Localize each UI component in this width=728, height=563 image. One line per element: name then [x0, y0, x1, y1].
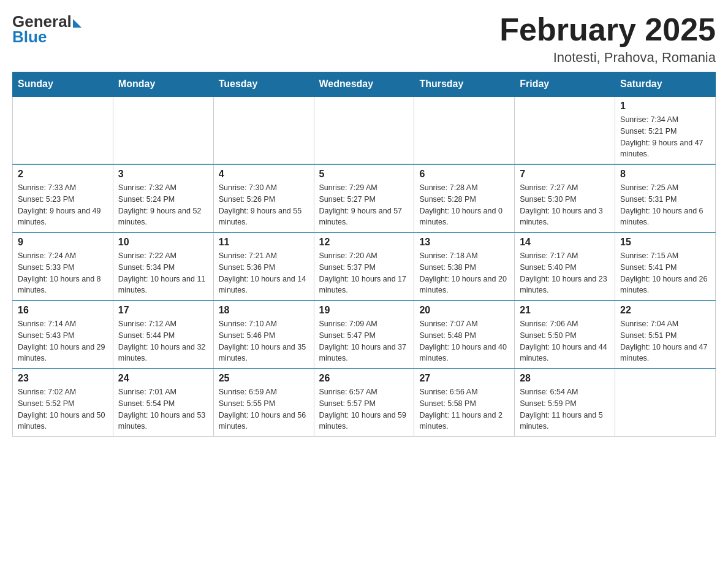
day-number: 3: [118, 169, 208, 180]
calendar-cell: 15Sunrise: 7:15 AM Sunset: 5:41 PM Dayli…: [615, 232, 716, 301]
calendar-cell: 26Sunrise: 6:57 AM Sunset: 5:57 PM Dayli…: [314, 369, 414, 437]
weekday-header-wednesday: Wednesday: [314, 72, 414, 97]
day-info: Sunrise: 7:01 AM Sunset: 5:54 PM Dayligh…: [118, 386, 208, 432]
day-info: Sunrise: 7:18 AM Sunset: 5:38 PM Dayligh…: [419, 250, 509, 296]
day-info: Sunrise: 7:07 AM Sunset: 5:48 PM Dayligh…: [419, 318, 509, 364]
day-number: 25: [219, 373, 309, 384]
calendar-cell: 21Sunrise: 7:06 AM Sunset: 5:50 PM Dayli…: [515, 301, 615, 369]
calendar-cell: [213, 96, 314, 164]
calendar-cell: 28Sunrise: 6:54 AM Sunset: 5:59 PM Dayli…: [515, 369, 615, 437]
calendar-cell: [113, 96, 213, 164]
day-info: Sunrise: 7:12 AM Sunset: 5:44 PM Dayligh…: [118, 318, 208, 364]
day-number: 20: [419, 305, 509, 316]
day-number: 13: [419, 237, 509, 248]
calendar-cell: 4Sunrise: 7:30 AM Sunset: 5:26 PM Daylig…: [213, 164, 314, 232]
calendar-cell: 6Sunrise: 7:28 AM Sunset: 5:28 PM Daylig…: [414, 164, 515, 232]
day-info: Sunrise: 7:17 AM Sunset: 5:40 PM Dayligh…: [520, 250, 610, 296]
day-number: 2: [18, 169, 108, 180]
day-number: 23: [18, 373, 108, 384]
day-number: 26: [319, 373, 409, 384]
calendar-table: SundayMondayTuesdayWednesdayThursdayFrid…: [12, 72, 716, 437]
day-number: 15: [620, 237, 710, 248]
day-info: Sunrise: 7:10 AM Sunset: 5:46 PM Dayligh…: [219, 318, 309, 364]
day-info: Sunrise: 6:54 AM Sunset: 5:59 PM Dayligh…: [520, 386, 610, 432]
day-info: Sunrise: 6:57 AM Sunset: 5:57 PM Dayligh…: [319, 386, 409, 432]
day-number: 12: [319, 237, 409, 248]
calendar-cell: 16Sunrise: 7:14 AM Sunset: 5:43 PM Dayli…: [13, 301, 113, 369]
day-info: Sunrise: 7:32 AM Sunset: 5:24 PM Dayligh…: [118, 182, 208, 228]
month-title: February 2025: [499, 12, 716, 47]
calendar-cell: [615, 369, 716, 437]
day-number: 22: [620, 305, 710, 316]
calendar-cell: 7Sunrise: 7:27 AM Sunset: 5:30 PM Daylig…: [515, 164, 615, 232]
calendar-cell: 25Sunrise: 6:59 AM Sunset: 5:55 PM Dayli…: [213, 369, 314, 437]
day-number: 16: [18, 305, 108, 316]
weekday-header-thursday: Thursday: [414, 72, 515, 97]
calendar-cell: 12Sunrise: 7:20 AM Sunset: 5:37 PM Dayli…: [314, 232, 414, 301]
calendar-cell: 19Sunrise: 7:09 AM Sunset: 5:47 PM Dayli…: [314, 301, 414, 369]
day-info: Sunrise: 7:15 AM Sunset: 5:41 PM Dayligh…: [620, 250, 710, 296]
day-number: 8: [620, 169, 710, 180]
calendar-cell: 3Sunrise: 7:32 AM Sunset: 5:24 PM Daylig…: [113, 164, 213, 232]
location-title: Inotesti, Prahova, Romania: [499, 50, 716, 66]
weekday-header-tuesday: Tuesday: [213, 72, 314, 97]
day-number: 18: [219, 305, 309, 316]
calendar-week-4: 16Sunrise: 7:14 AM Sunset: 5:43 PM Dayli…: [13, 301, 716, 369]
day-number: 1: [620, 101, 710, 112]
day-info: Sunrise: 7:02 AM Sunset: 5:52 PM Dayligh…: [18, 386, 108, 432]
day-number: 28: [520, 373, 610, 384]
day-info: Sunrise: 6:56 AM Sunset: 5:58 PM Dayligh…: [419, 386, 509, 432]
calendar-cell: 10Sunrise: 7:22 AM Sunset: 5:34 PM Dayli…: [113, 232, 213, 301]
calendar-cell: 20Sunrise: 7:07 AM Sunset: 5:48 PM Dayli…: [414, 301, 515, 369]
calendar-cell: [314, 96, 414, 164]
day-number: 19: [319, 305, 409, 316]
day-number: 9: [18, 237, 108, 248]
calendar-cell: [515, 96, 615, 164]
day-info: Sunrise: 7:04 AM Sunset: 5:51 PM Dayligh…: [620, 318, 710, 364]
calendar-cell: 8Sunrise: 7:25 AM Sunset: 5:31 PM Daylig…: [615, 164, 716, 232]
day-info: Sunrise: 7:33 AM Sunset: 5:23 PM Dayligh…: [18, 182, 108, 228]
calendar-cell: [13, 96, 113, 164]
calendar-week-3: 9Sunrise: 7:24 AM Sunset: 5:33 PM Daylig…: [13, 232, 716, 301]
day-number: 7: [520, 169, 610, 180]
page-header: General Blue February 2025 Inotesti, Pra…: [12, 12, 716, 66]
logo: General Blue: [12, 12, 82, 47]
day-number: 5: [319, 169, 409, 180]
day-info: Sunrise: 7:14 AM Sunset: 5:43 PM Dayligh…: [18, 318, 108, 364]
calendar-cell: 24Sunrise: 7:01 AM Sunset: 5:54 PM Dayli…: [113, 369, 213, 437]
calendar-cell: 18Sunrise: 7:10 AM Sunset: 5:46 PM Dayli…: [213, 301, 314, 369]
day-info: Sunrise: 7:09 AM Sunset: 5:47 PM Dayligh…: [319, 318, 409, 364]
day-info: Sunrise: 7:21 AM Sunset: 5:36 PM Dayligh…: [219, 250, 309, 296]
calendar-week-5: 23Sunrise: 7:02 AM Sunset: 5:52 PM Dayli…: [13, 369, 716, 437]
calendar-cell: 1Sunrise: 7:34 AM Sunset: 5:21 PM Daylig…: [615, 96, 716, 164]
calendar-cell: 9Sunrise: 7:24 AM Sunset: 5:33 PM Daylig…: [13, 232, 113, 301]
logo-arrow-icon: [73, 19, 82, 28]
day-info: Sunrise: 7:30 AM Sunset: 5:26 PM Dayligh…: [219, 182, 309, 228]
calendar-cell: 13Sunrise: 7:18 AM Sunset: 5:38 PM Dayli…: [414, 232, 515, 301]
day-info: Sunrise: 7:25 AM Sunset: 5:31 PM Dayligh…: [620, 182, 710, 228]
day-number: 11: [219, 237, 309, 248]
day-info: Sunrise: 7:20 AM Sunset: 5:37 PM Dayligh…: [319, 250, 409, 296]
calendar-cell: 2Sunrise: 7:33 AM Sunset: 5:23 PM Daylig…: [13, 164, 113, 232]
day-number: 17: [118, 305, 208, 316]
calendar-cell: 27Sunrise: 6:56 AM Sunset: 5:58 PM Dayli…: [414, 369, 515, 437]
day-info: Sunrise: 6:59 AM Sunset: 5:55 PM Dayligh…: [219, 386, 309, 432]
day-info: Sunrise: 7:22 AM Sunset: 5:34 PM Dayligh…: [118, 250, 208, 296]
weekday-header-friday: Friday: [515, 72, 615, 97]
day-number: 6: [419, 169, 509, 180]
logo-blue-text: Blue: [12, 28, 47, 47]
weekday-header-monday: Monday: [113, 72, 213, 97]
calendar-cell: 23Sunrise: 7:02 AM Sunset: 5:52 PM Dayli…: [13, 369, 113, 437]
calendar-cell: 11Sunrise: 7:21 AM Sunset: 5:36 PM Dayli…: [213, 232, 314, 301]
calendar-cell: 5Sunrise: 7:29 AM Sunset: 5:27 PM Daylig…: [314, 164, 414, 232]
calendar-week-1: 1Sunrise: 7:34 AM Sunset: 5:21 PM Daylig…: [13, 96, 716, 164]
day-info: Sunrise: 7:29 AM Sunset: 5:27 PM Dayligh…: [319, 182, 409, 228]
calendar-cell: 17Sunrise: 7:12 AM Sunset: 5:44 PM Dayli…: [113, 301, 213, 369]
day-number: 14: [520, 237, 610, 248]
day-number: 27: [419, 373, 509, 384]
calendar-cell: 22Sunrise: 7:04 AM Sunset: 5:51 PM Dayli…: [615, 301, 716, 369]
day-info: Sunrise: 7:06 AM Sunset: 5:50 PM Dayligh…: [520, 318, 610, 364]
calendar-cell: 14Sunrise: 7:17 AM Sunset: 5:40 PM Dayli…: [515, 232, 615, 301]
calendar-cell: [414, 96, 515, 164]
title-area: February 2025 Inotesti, Prahova, Romania: [499, 12, 716, 66]
